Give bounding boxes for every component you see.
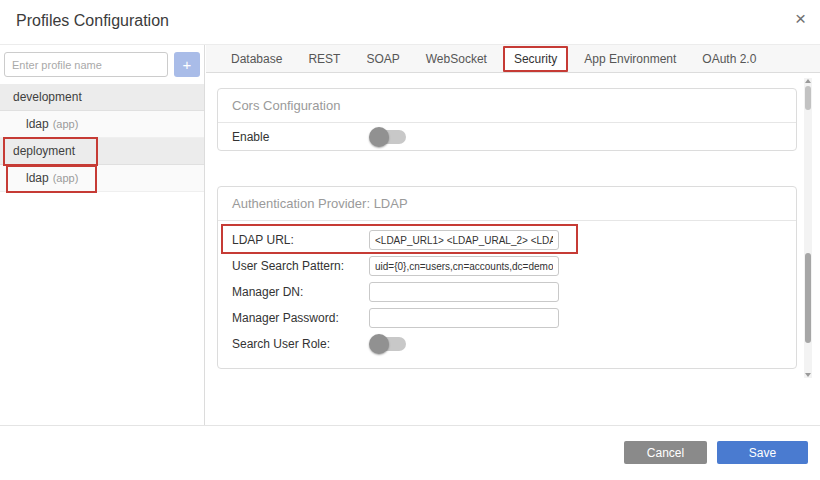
sidebar-item-label: deployment [13,144,75,158]
sidebar-item-deployment[interactable]: deployment [0,138,204,165]
sidebar-item-label: development [13,90,82,104]
sidebar-item-ldap-development[interactable]: ldap(app) [0,111,204,138]
tab-security[interactable]: Security [503,46,568,72]
ldap-url-label: LDAP URL: [232,233,369,247]
manager-password-input[interactable] [369,308,559,328]
main-panel: Database REST SOAP WebSocket Security Ap… [206,45,820,425]
profiles-configuration-dialog: Profiles Configuration × + development l… [0,0,820,480]
security-tab-content: Cors Configuration Enable Authentication… [206,74,820,425]
sidebar-item-development[interactable]: development [0,84,204,111]
dialog-footer: Cancel Save [0,425,820,480]
search-user-role-label: Search User Role: [232,337,369,351]
tab-bar: Database REST SOAP WebSocket Security Ap… [206,45,820,73]
tab-app-environment[interactable]: App Environment [571,52,689,66]
manager-password-row: Manager Password: [232,305,782,331]
scroll-up-icon[interactable] [805,79,811,83]
auth-fields: LDAP URL: User Search Pattern: Manager D… [218,221,796,365]
vertical-scrollbar[interactable] [804,78,812,378]
tab-websocket[interactable]: WebSocket [413,52,500,66]
cors-enable-row: Enable [218,123,796,151]
cancel-button[interactable]: Cancel [624,441,707,464]
search-user-role-row: Search User Role: [232,331,782,357]
sidebar-item-suffix: (app) [53,118,79,130]
cors-configuration-card: Cors Configuration Enable [217,88,797,151]
manager-dn-row: Manager DN: [232,279,782,305]
card-title: Cors Configuration [218,89,796,123]
card-title: Authentication Provider: LDAP [218,187,796,221]
save-button[interactable]: Save [717,441,808,464]
sidebar-item-ldap-deployment[interactable]: ldap(app) [0,165,204,192]
toggle-knob [369,334,389,354]
tab-rest[interactable]: REST [295,52,353,66]
sidebar-item-label: ldap [26,171,49,185]
scrollbar-thumb-outer[interactable] [805,86,811,110]
manager-dn-input[interactable] [369,282,559,302]
tab-soap[interactable]: SOAP [353,52,412,66]
toggle-knob [369,127,389,147]
add-profile-button[interactable]: + [174,52,200,77]
page-title: Profiles Configuration [16,12,169,30]
enable-label: Enable [232,130,369,144]
profiles-sidebar: + development ldap(app) deployment ldap(… [0,45,205,425]
ldap-url-row: LDAP URL: [232,227,782,253]
sidebar-item-label: ldap [26,117,49,131]
scrollbar-thumb-inner[interactable] [805,253,811,343]
manager-dn-label: Manager DN: [232,285,369,299]
user-search-pattern-label: User Search Pattern: [232,259,369,273]
manager-password-label: Manager Password: [232,311,369,325]
search-user-role-toggle[interactable] [372,337,406,351]
authentication-provider-card: Authentication Provider: LDAP LDAP URL: … [217,186,797,369]
sidebar-item-suffix: (app) [53,172,79,184]
profile-input-row: + [4,52,200,77]
profiles-list: development ldap(app) deployment ldap(ap… [0,84,204,192]
user-search-pattern-row: User Search Pattern: [232,253,782,279]
tab-oauth[interactable]: OAuth 2.0 [689,52,769,66]
tab-database[interactable]: Database [218,52,295,66]
close-icon[interactable]: × [795,9,806,28]
dialog-header: Profiles Configuration × [0,0,820,45]
scroll-down-icon[interactable] [805,373,811,377]
user-search-pattern-input[interactable] [369,256,559,276]
ldap-url-input[interactable] [369,230,559,250]
profile-name-input[interactable] [4,52,168,77]
cors-enable-toggle[interactable] [372,130,406,144]
